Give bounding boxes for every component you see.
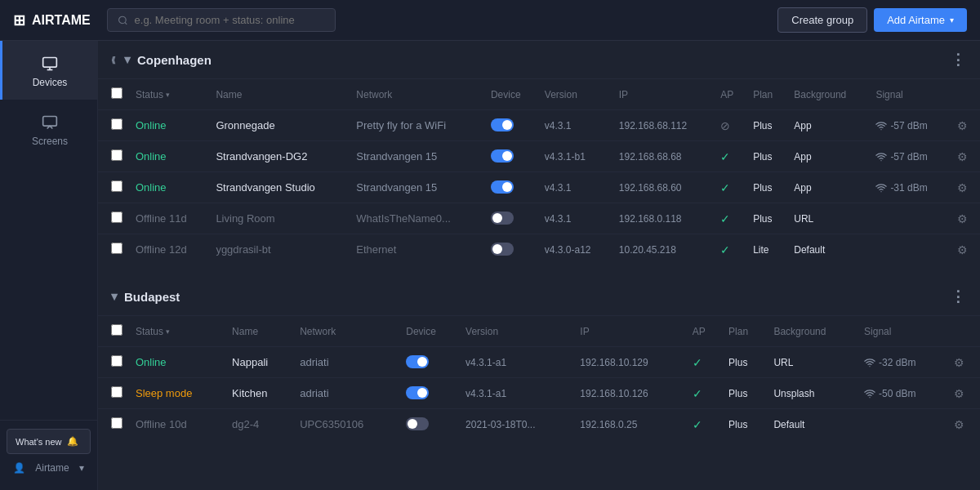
logo: ⊞ AIRTAME	[13, 11, 91, 29]
device-toggle[interactable]	[491, 243, 514, 256]
td-gear[interactable]: ⚙	[951, 203, 980, 234]
main-content: ⟪ ▾ Copenhagen ⋮ Status ▾ Name Network D…	[98, 41, 980, 490]
device-plan: Plus	[753, 151, 772, 163]
group-copenhagen-header: ⟪ ▾ Copenhagen ⋮	[98, 41, 980, 78]
th-status[interactable]: Status ▾	[129, 316, 225, 347]
row-checkbox[interactable]	[111, 149, 122, 161]
collapse-chevron-icon[interactable]: ▾	[111, 289, 118, 304]
device-toggle[interactable]	[491, 180, 514, 194]
screens-label: Screens	[32, 136, 68, 147]
td-device[interactable]	[484, 234, 538, 265]
device-settings-button[interactable]: ⚙	[957, 212, 968, 225]
device-toggle[interactable]	[491, 212, 514, 225]
status-sort[interactable]: Status ▾	[136, 89, 203, 100]
td-name: Strandvangen-DG2	[209, 141, 350, 172]
td-background: App	[787, 141, 869, 172]
device-network: adriati	[300, 387, 328, 399]
device-settings-button[interactable]: ⚙	[954, 356, 964, 369]
device-version: v4.3.1-a1	[466, 388, 506, 399]
td-ap: ✓	[714, 141, 746, 172]
td-ip: 192.168.10.129	[573, 347, 685, 378]
td-gear[interactable]: ⚙	[947, 378, 980, 409]
td-gear[interactable]: ⚙	[951, 110, 980, 141]
th-background: Background	[767, 316, 858, 347]
td-gear[interactable]: ⚙	[951, 141, 980, 172]
status-badge: Sleep mode	[136, 387, 192, 399]
th-status[interactable]: Status ▾	[129, 79, 209, 110]
td-signal: -31 dBm	[869, 172, 950, 203]
td-name: Nappali	[225, 347, 293, 378]
status-badge: Offline 12d	[136, 243, 187, 256]
signal-cell: -31 dBm	[875, 182, 943, 194]
airtame-footer-icon: 👤	[13, 462, 25, 474]
device-name: yggdrasil-bt	[216, 243, 270, 256]
th-signal: Signal	[869, 79, 950, 110]
row-checkbox[interactable]	[111, 243, 122, 254]
td-version: v4.3.1-b1	[538, 141, 612, 172]
td-version: v4.3.1	[538, 172, 612, 203]
device-version: v4.3.1	[545, 120, 572, 131]
td-gear[interactable]: ⚙	[947, 347, 980, 378]
status-badge: Online	[136, 150, 167, 163]
device-toggle[interactable]	[406, 355, 429, 368]
td-signal	[869, 203, 950, 234]
row-checkbox[interactable]	[111, 355, 122, 367]
device-settings-button[interactable]: ⚙	[954, 418, 964, 431]
td-device[interactable]	[484, 141, 538, 172]
td-name: Living Room	[209, 203, 350, 234]
td-gear[interactable]: ⚙	[947, 409, 980, 440]
search-icon	[118, 15, 128, 26]
add-airtame-button[interactable]: Add Airtame ▾	[874, 8, 967, 32]
device-settings-button[interactable]: ⚙	[957, 119, 968, 132]
airtame-footer[interactable]: 👤 Airtame ▾	[7, 454, 91, 482]
td-device[interactable]	[399, 378, 459, 409]
row-checkbox[interactable]	[111, 180, 122, 192]
td-device[interactable]	[484, 110, 538, 141]
td-plan: Lite	[746, 234, 787, 265]
collapse-icon[interactable]: ⟪	[111, 56, 116, 65]
sidebar-item-screens[interactable]: Screens	[0, 100, 97, 158]
create-group-button[interactable]: Create group	[777, 7, 867, 33]
td-network: Strandvangen 15	[350, 141, 484, 172]
td-device[interactable]	[484, 203, 538, 234]
device-network: Ethernet	[356, 243, 396, 256]
device-toggle[interactable]	[491, 118, 514, 131]
td-background: Unsplash	[767, 378, 858, 409]
whats-new-button[interactable]: What's new 🔔	[7, 429, 91, 454]
device-plan: Lite	[753, 244, 768, 256]
td-gear[interactable]: ⚙	[951, 234, 980, 265]
row-checkbox[interactable]	[111, 417, 122, 429]
device-toggle[interactable]	[491, 149, 514, 163]
row-checkbox[interactable]	[111, 118, 122, 130]
row-checkbox[interactable]	[111, 386, 122, 398]
td-signal: -50 dBm	[858, 378, 947, 409]
td-checkbox	[98, 203, 129, 234]
td-device[interactable]	[484, 172, 538, 203]
device-toggle[interactable]	[406, 417, 429, 430]
select-all-checkbox[interactable]	[111, 87, 122, 99]
td-gear[interactable]: ⚙	[951, 172, 980, 203]
select-all-checkbox[interactable]	[111, 324, 122, 336]
device-settings-button[interactable]: ⚙	[957, 181, 968, 194]
device-settings-button[interactable]: ⚙	[954, 387, 964, 400]
sidebar-item-devices[interactable]: Devices	[0, 41, 97, 100]
search-box[interactable]	[107, 8, 336, 32]
td-device[interactable]	[399, 347, 459, 378]
td-device[interactable]	[399, 409, 459, 440]
row-checkbox[interactable]	[111, 212, 122, 223]
device-settings-button[interactable]: ⚙	[957, 243, 968, 256]
td-version: v4.3.1	[538, 110, 612, 141]
td-plan: Plus	[722, 347, 767, 378]
search-input[interactable]	[135, 14, 325, 26]
td-ip: 10.20.45.218	[612, 234, 714, 265]
status-sort[interactable]: Status ▾	[136, 326, 219, 337]
group-more-button[interactable]: ⋮	[951, 51, 967, 69]
device-background: Default	[773, 419, 804, 430]
device-settings-button[interactable]: ⚙	[957, 150, 968, 163]
table-row: Offline 12d yggdrasil-bt Ethernet v4.3.0…	[98, 234, 980, 265]
collapse-chevron-icon[interactable]: ▾	[124, 52, 131, 67]
td-plan: Plus	[722, 409, 767, 440]
group-more-button[interactable]: ⋮	[951, 287, 967, 305]
device-name: dg2-4	[232, 418, 259, 430]
device-toggle[interactable]	[406, 386, 429, 399]
